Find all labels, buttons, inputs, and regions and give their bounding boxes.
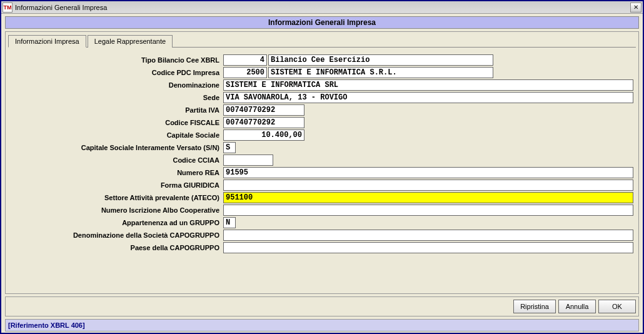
input-numero-albo[interactable] bbox=[223, 205, 633, 216]
app-icon: TM bbox=[3, 3, 13, 13]
label-codice-pdc: Codice PDC Impresa bbox=[11, 69, 223, 76]
status-text: [Riferimento XBRL 406] bbox=[8, 321, 85, 329]
label-forma-giuridica: Forma GIURIDICA bbox=[11, 181, 223, 189]
input-forma-giuridica[interactable] bbox=[223, 180, 633, 191]
button-bar: Ripristina Annulla OK bbox=[5, 296, 639, 316]
input-partita-iva[interactable] bbox=[223, 104, 304, 116]
ripristina-button[interactable]: Ripristina bbox=[513, 300, 556, 313]
label-numero-rea: Numero REA bbox=[11, 169, 223, 176]
label-codice-fiscale: Codice FISCALE bbox=[11, 119, 223, 126]
label-denominazione: Denominazione bbox=[11, 81, 223, 89]
label-settore-ateco: Settore Attività prevalente (ATECO) bbox=[11, 194, 223, 201]
ok-button[interactable]: OK bbox=[598, 300, 636, 313]
input-denominazione[interactable] bbox=[223, 79, 633, 91]
input-denom-capogruppo[interactable] bbox=[223, 230, 633, 241]
input-capitale-sociale[interactable] bbox=[223, 129, 304, 141]
form-panel: Informazioni Impresa Legale Rappresentan… bbox=[5, 31, 639, 294]
label-partita-iva: Partita IVA bbox=[11, 106, 223, 114]
label-capitale-versato: Capitale Sociale Interamente Versato (S/… bbox=[11, 144, 223, 151]
input-codice-fiscale[interactable] bbox=[223, 117, 304, 128]
form-area: Tipo Bilancio Cee XBRL Codice PDC Impres… bbox=[8, 51, 636, 291]
content-area: Informazioni Generali Impresa Informazio… bbox=[1, 14, 643, 333]
app-window: TM Informazioni Generali Impresa ✕ Infor… bbox=[0, 0, 644, 334]
input-appartenenza-gruppo[interactable] bbox=[223, 217, 236, 228]
label-appartenenza-gruppo: Appartenenza ad un GRUPPO bbox=[11, 219, 223, 226]
panel-header: Informazioni Generali Impresa bbox=[5, 16, 639, 29]
input-codice-cciaa[interactable] bbox=[223, 154, 273, 166]
input-tipo-bilancio-desc bbox=[268, 54, 493, 66]
label-tipo-bilancio: Tipo Bilancio Cee XBRL bbox=[11, 56, 223, 64]
label-codice-cciaa: Codice CCIAA bbox=[11, 156, 223, 164]
tab-informazioni-impresa[interactable]: Informazioni Impresa bbox=[8, 35, 86, 48]
input-codice-pdc-desc bbox=[268, 67, 493, 78]
label-numero-albo: Numero Iscrizione Albo Cooperative bbox=[11, 206, 223, 214]
input-numero-rea[interactable] bbox=[223, 167, 633, 178]
titlebar: TM Informazioni Generali Impresa ✕ bbox=[1, 1, 643, 14]
status-panel: [Riferimento XBRL 406] bbox=[5, 319, 639, 331]
input-sede[interactable] bbox=[223, 92, 633, 103]
close-button[interactable]: ✕ bbox=[630, 3, 641, 13]
label-capitale-sociale: Capitale Sociale bbox=[11, 131, 223, 139]
input-codice-pdc-code[interactable] bbox=[223, 67, 267, 78]
label-paese-capogruppo: Paese della CAPOGRUPPO bbox=[11, 244, 223, 251]
label-denom-capogruppo: Denominazione della Società CAPOGRUPPO bbox=[11, 231, 223, 239]
annulla-button[interactable]: Annulla bbox=[558, 300, 596, 313]
label-sede: Sede bbox=[11, 94, 223, 101]
input-settore-ateco[interactable] bbox=[223, 192, 633, 203]
input-tipo-bilancio-code[interactable] bbox=[223, 54, 267, 66]
window-title: Informazioni Generali Impresa bbox=[15, 4, 630, 11]
tab-legale-rappresentante[interactable]: Legale Rappresentante bbox=[88, 35, 173, 48]
tab-strip: Informazioni Impresa Legale Rappresentan… bbox=[8, 34, 636, 48]
input-capitale-versato[interactable] bbox=[223, 142, 236, 153]
input-paese-capogruppo[interactable] bbox=[223, 242, 633, 253]
